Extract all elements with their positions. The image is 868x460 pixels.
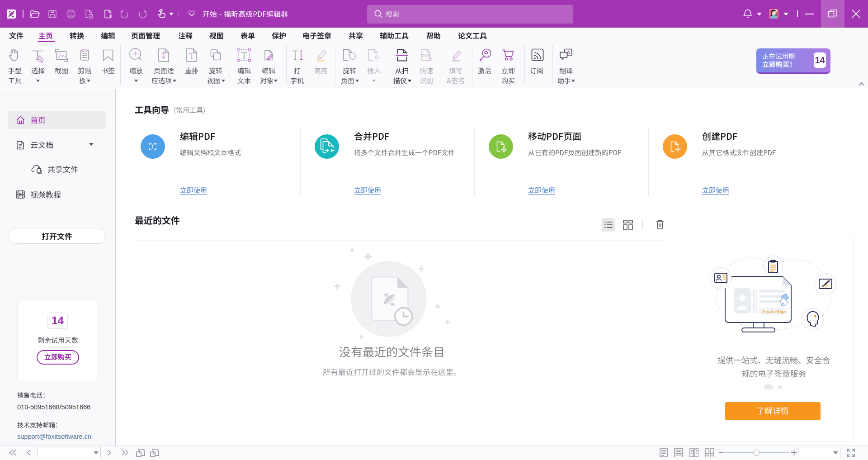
svg-text:OCR: OCR xyxy=(421,53,431,58)
svg-text:Foxit eSign: Foxit eSign xyxy=(762,308,786,314)
